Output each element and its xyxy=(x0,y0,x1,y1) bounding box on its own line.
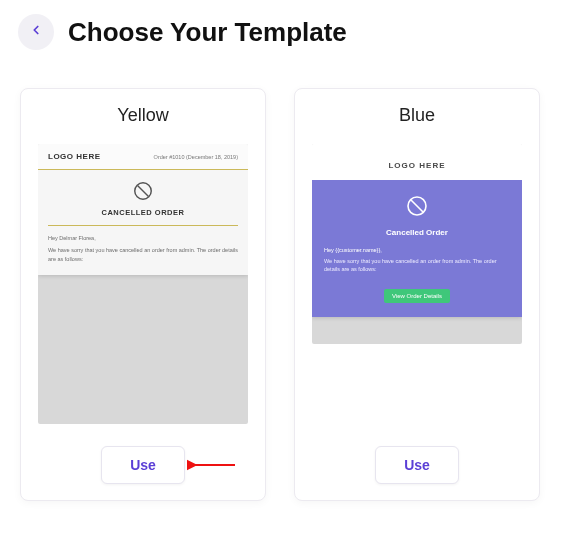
use-button[interactable]: Use xyxy=(375,446,459,484)
preview-view-button: View Order Details xyxy=(384,289,450,303)
preview-cancelled-label: Cancelled Order xyxy=(324,228,510,237)
template-card-blue: Blue LOGO HERE Cancelled Order Hey {{cus… xyxy=(294,88,540,501)
svg-line-1 xyxy=(138,186,149,197)
template-title: Yellow xyxy=(117,105,168,126)
page-title: Choose Your Template xyxy=(68,17,347,48)
preview-cancelled-label: CANCELLED ORDER xyxy=(38,208,248,225)
preview-message: We have sorry that you have cancelled an… xyxy=(48,246,238,263)
template-preview-yellow[interactable]: LOGO HERE Order #1010 (December 18, 2019… xyxy=(38,144,248,424)
preview-order-meta: Order #1010 (December 18, 2019) xyxy=(154,154,238,160)
preview-logo: LOGO HERE xyxy=(48,152,101,161)
template-title: Blue xyxy=(399,105,435,126)
template-grid: Yellow LOGO HERE Order #1010 (December 1… xyxy=(0,58,565,501)
preview-greeting: Hey Delmar Florea, xyxy=(48,234,238,242)
preview-greeting: Hey {{customer.name}}, xyxy=(324,247,510,253)
ban-icon xyxy=(405,194,429,222)
svg-line-4 xyxy=(411,200,423,212)
back-button[interactable] xyxy=(18,14,54,50)
template-card-yellow: Yellow LOGO HERE Order #1010 (December 1… xyxy=(20,88,266,501)
ban-icon xyxy=(132,180,154,206)
arrow-annotation xyxy=(187,456,237,474)
preview-logo: LOGO HERE xyxy=(388,161,445,170)
template-preview-blue[interactable]: LOGO HERE Cancelled Order Hey {{customer… xyxy=(312,144,522,344)
chevron-left-icon xyxy=(29,23,43,41)
use-button[interactable]: Use xyxy=(101,446,185,484)
preview-message: We have sorry that you have cancelled an… xyxy=(324,257,510,274)
